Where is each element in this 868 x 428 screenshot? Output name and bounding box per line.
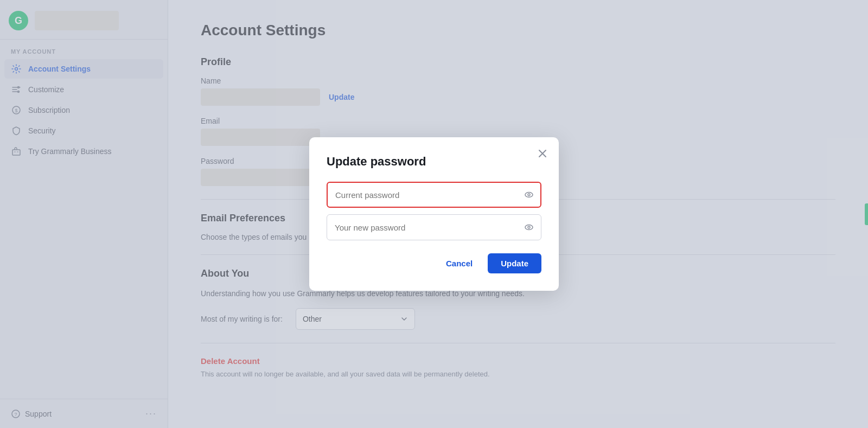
cancel-button[interactable]: Cancel <box>439 254 479 272</box>
close-icon <box>538 149 547 158</box>
current-password-input[interactable] <box>327 182 541 208</box>
modal-title: Update password <box>327 155 541 169</box>
svg-point-16 <box>528 226 530 228</box>
modal-actions: Cancel Update <box>327 253 541 273</box>
new-password-wrapper <box>327 214 541 240</box>
modal-overlay: Update password Cancel Update <box>0 0 868 428</box>
current-password-wrapper <box>327 182 541 208</box>
new-password-input[interactable] <box>327 214 541 240</box>
update-password-button[interactable]: Update <box>488 253 541 273</box>
toggle-new-password-visibility[interactable] <box>524 222 534 232</box>
svg-point-15 <box>525 225 533 230</box>
svg-point-13 <box>525 193 533 197</box>
svg-point-14 <box>528 194 530 196</box>
modal-close-button[interactable] <box>535 146 550 161</box>
update-password-modal: Update password Cancel Update <box>309 137 559 291</box>
toggle-current-password-visibility[interactable] <box>524 190 534 200</box>
